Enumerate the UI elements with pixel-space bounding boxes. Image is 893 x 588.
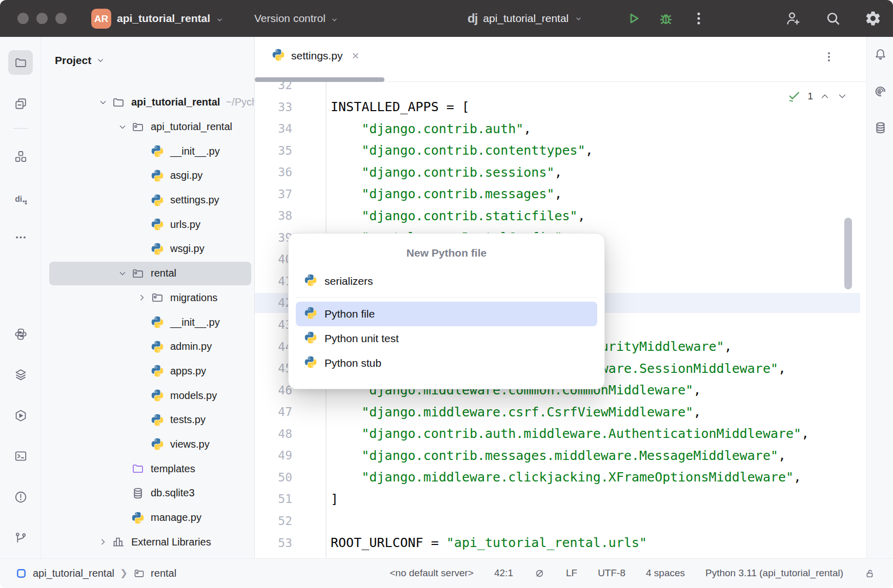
package-icon [133, 568, 145, 579]
terminal-tool-button[interactable] [8, 444, 33, 468]
debug-button[interactable] [657, 10, 675, 27]
status-widgets: <no default server>42:1LFUTF-84 spacesPy… [390, 559, 876, 587]
tree-item-urls-py[interactable]: urls.py [41, 212, 254, 237]
structure-tool-button[interactable] [8, 144, 33, 169]
maximize-window-button[interactable] [55, 13, 67, 24]
interpreter-widget[interactable]: Python 3.11 (api_tutorial_rental) [705, 568, 843, 579]
line-number: 47 [255, 405, 292, 418]
more-tools-button[interactable] [8, 225, 33, 249]
django-structure-tool-button[interactable]: di [8, 186, 33, 211]
minimize-window-button[interactable] [36, 13, 48, 24]
code-line-37: 37 "django.contrib.messages", [255, 183, 866, 205]
settings-button[interactable] [864, 10, 882, 27]
services-tool-button[interactable] [8, 403, 33, 428]
code-text: "django.middleware.clickjacking.XFrameOp… [331, 470, 801, 485]
tree-item-rental[interactable]: rental [41, 261, 254, 286]
problems-tool-button[interactable] [8, 485, 33, 509]
tree-item-tests-py[interactable]: tests.py [41, 408, 254, 432]
code-text: ROOT_URLCONF = "api_tutorial_rental.urls… [331, 535, 647, 550]
project-tool-button[interactable] [8, 50, 33, 75]
line-number: 42 [255, 296, 292, 309]
default-server-widget[interactable]: <no default server> [390, 568, 474, 579]
encoding-widget[interactable]: UTF-8 [598, 568, 625, 579]
tree-item-views-py[interactable]: views.py [41, 432, 254, 457]
tree-item-templates[interactable]: templates [41, 456, 254, 481]
tree-item-apps-py[interactable]: apps.py [41, 359, 254, 384]
tree-item-asgi-py[interactable]: asgi.py [41, 163, 254, 188]
tree-item-label: admin.py [170, 341, 212, 352]
tree-item-migrations[interactable]: migrations [41, 286, 254, 310]
code-text: "django.contrib.messages", [331, 186, 562, 201]
services-layers-tool-button[interactable] [8, 362, 33, 387]
breadcrumb-folder[interactable]: rental [151, 568, 176, 579]
tab-options-kebab-icon[interactable] [822, 50, 841, 69]
folder-icon [112, 96, 130, 109]
divider [13, 128, 28, 129]
popup-option-python-file[interactable]: Python file [296, 302, 597, 326]
search-everywhere-button[interactable] [824, 10, 842, 27]
tree-item-settings-py[interactable]: settings.py [41, 188, 254, 213]
indent-widget[interactable]: 4 spaces [646, 568, 685, 579]
caret-position-widget[interactable]: 42:1 [494, 568, 513, 579]
code-line-52: 52 [255, 510, 866, 532]
filename-input[interactable]: serializers [304, 269, 597, 293]
python-icon [151, 242, 169, 256]
active-tab-indicator [255, 77, 384, 82]
tab-settings-py[interactable]: settings.py × [272, 48, 359, 64]
tree-item-models-py[interactable]: models.py [41, 383, 254, 408]
inspections-ok-icon [787, 89, 801, 103]
line-number: 44 [255, 340, 292, 353]
popup-option-label: Python unit test [324, 332, 399, 345]
python-icon [151, 169, 169, 182]
tree-item--init-py[interactable]: __init__.py [41, 139, 254, 163]
tree-item-wsgi-py[interactable]: wsgi.py [41, 237, 254, 261]
project-switcher[interactable]: api_tutorial_rental [117, 0, 224, 37]
close-tab-icon[interactable]: × [352, 50, 359, 62]
popup-option-python-unit-test[interactable]: Python unit test [296, 326, 597, 351]
next-problem-icon[interactable] [837, 91, 848, 102]
chevron-down-icon [114, 121, 131, 133]
code-line-38: 38 "django.contrib.staticfiles", [255, 205, 866, 227]
previous-problem-icon[interactable] [819, 91, 830, 102]
run-configuration-widget[interactable]: dj api_tutorial_rental [468, 0, 583, 37]
tree-item-manage-py[interactable]: manage.py [41, 506, 254, 530]
more-actions-button[interactable] [690, 10, 707, 27]
commit-tool-button[interactable] [8, 91, 33, 116]
chevron-down-icon [96, 56, 106, 65]
notifications-button[interactable] [870, 44, 890, 65]
tree-item-admin-py[interactable]: admin.py [41, 334, 254, 359]
popup-option-python-stub[interactable]: Python stub [296, 351, 597, 375]
write-access-icon[interactable] [864, 568, 876, 579]
code-text: "django.contrib.messages.middleware.Mess… [331, 448, 786, 463]
project-panel-header[interactable]: Project [55, 54, 106, 67]
version-control-tool-button[interactable] [8, 526, 33, 550]
editor-scrollbar-thumb[interactable] [844, 218, 852, 289]
database-tool-button[interactable] [870, 117, 890, 138]
tree-item-label: db.sqlite3 [151, 487, 195, 499]
python-icon [151, 389, 169, 402]
tree-item-external-libraries[interactable]: External Libraries [41, 530, 254, 554]
ai-assistant-button[interactable] [870, 81, 890, 101]
inspections-widget[interactable]: 1 [787, 89, 848, 103]
chevron-right-icon [133, 292, 151, 303]
close-window-button[interactable] [17, 13, 29, 24]
package-icon [131, 267, 150, 280]
tree-item-api-tutorial-rental[interactable]: api_tutorial_rental~/Pycha [41, 90, 254, 115]
right-activity-bar [866, 37, 893, 558]
vcs-menu[interactable]: Version control [254, 0, 339, 37]
tree-item--init-py[interactable]: __init__.py [41, 310, 254, 334]
line-separator-widget[interactable]: LF [566, 568, 577, 579]
highlighting-level-icon[interactable] [534, 568, 545, 579]
line-number: 53 [255, 536, 292, 550]
run-button[interactable] [624, 10, 642, 27]
breadcrumb-project[interactable]: api_tutorial_rental [33, 568, 114, 579]
python-packages-tool-button[interactable] [8, 322, 33, 346]
code-line-32: 32 [255, 82, 866, 96]
project-tree: api_tutorial_rental~/Pychaapi_tutorial_r… [41, 90, 254, 554]
chevron-down-icon [215, 14, 224, 23]
tree-item-db-sqlite3[interactable]: db.sqlite3 [41, 481, 254, 506]
tree-item-api-tutorial-rental[interactable]: api_tutorial_rental [41, 115, 254, 139]
code-line-34: 34 "django.contrib.auth", [255, 118, 866, 140]
chevron-down-icon [330, 14, 339, 23]
code-with-me-button[interactable] [784, 10, 802, 27]
